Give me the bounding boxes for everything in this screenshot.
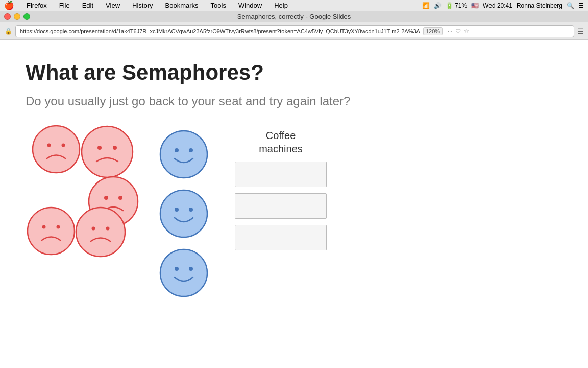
menu-tools[interactable]: Tools: [209, 2, 228, 9]
svg-point-19: [175, 208, 179, 212]
happy-face-1: [158, 129, 209, 180]
coffee-box-2: [235, 193, 327, 219]
apple-icon: 🍎: [4, 1, 14, 10]
wifi-icon: 📶: [422, 2, 430, 9]
url-bar[interactable]: https://docs.google.com/presentation/d/1…: [15, 25, 574, 37]
svg-point-11: [57, 225, 60, 229]
svg-point-10: [42, 225, 46, 229]
menubar: 🍎 Firefox File Edit View History Bookmar…: [0, 0, 588, 11]
happy-faces-column: [158, 129, 209, 298]
svg-point-13: [92, 227, 95, 231]
bookmark-icon[interactable]: ☆: [464, 28, 469, 34]
svg-point-12: [76, 208, 125, 257]
slide-subtitle: Do you usually just go back to your seat…: [26, 94, 562, 108]
menu-view[interactable]: View: [104, 2, 122, 9]
hamburger-icon[interactable]: ☰: [577, 27, 584, 35]
maximize-button[interactable]: [23, 13, 30, 20]
svg-point-17: [189, 148, 193, 152]
shield-icon: 🛡: [455, 28, 461, 34]
dots-icon[interactable]: ···: [448, 28, 452, 34]
clock: Wed 20:41: [483, 2, 512, 9]
sad-face-2: [79, 124, 135, 180]
svg-point-5: [113, 146, 117, 150]
svg-point-2: [62, 144, 65, 147]
titlebar: Semaphores, correctly - Google Slides: [0, 11, 588, 22]
close-button[interactable]: [4, 13, 11, 20]
slide-title: What are Semaphores?: [26, 60, 562, 85]
user-name: Ronna Steinberg: [517, 2, 562, 9]
svg-point-15: [160, 131, 207, 178]
security-icon: 🔒: [4, 27, 12, 35]
battery-icon: 🔋 71%: [446, 2, 467, 9]
menu-help[interactable]: Help: [272, 2, 290, 9]
svg-point-7: [104, 196, 108, 200]
happy-face-3: [158, 247, 209, 298]
menu-window[interactable]: Window: [236, 2, 264, 9]
menu-edit[interactable]: Edit: [80, 2, 95, 9]
search-icon[interactable]: 🔍: [567, 2, 574, 9]
window-title: Semaphores, correctly - Google Slides: [237, 13, 351, 20]
minimize-button[interactable]: [14, 13, 20, 20]
zoom-level: 120%: [423, 27, 443, 35]
svg-point-0: [33, 126, 80, 173]
svg-point-20: [189, 208, 193, 212]
svg-point-8: [118, 196, 122, 200]
slide-content: What are Semaphores? Do you usually just…: [0, 40, 588, 309]
menu-history[interactable]: History: [130, 2, 155, 9]
slide-container: What are Semaphores? Do you usually just…: [0, 40, 588, 368]
coffee-box-1: [235, 162, 327, 187]
url-text: https://docs.google.com/presentation/d/1…: [20, 28, 420, 34]
svg-point-3: [82, 126, 133, 177]
svg-point-22: [175, 267, 179, 271]
happy-face-2: [158, 188, 209, 239]
content-row: Coffeemachines: [26, 124, 562, 298]
sad-faces-cluster: [26, 124, 138, 282]
svg-point-1: [47, 144, 51, 147]
sad-face-4: [26, 205, 77, 257]
menu-file[interactable]: File: [57, 2, 72, 9]
addressbar: 🔒 https://docs.google.com/presentation/d…: [0, 22, 588, 40]
svg-point-14: [106, 227, 110, 231]
coffee-box-3: [235, 225, 327, 250]
svg-point-9: [28, 208, 75, 255]
volume-icon: 🔊: [434, 2, 442, 9]
coffee-label: Coffeemachines: [235, 129, 327, 155]
svg-point-4: [97, 146, 102, 150]
flag-icon: 🇺🇸: [471, 2, 479, 9]
menu-bookmarks[interactable]: Bookmarks: [163, 2, 201, 9]
sad-face-5: [74, 205, 128, 259]
menu-icon[interactable]: ☰: [578, 2, 584, 9]
sad-face-1: [31, 124, 82, 175]
svg-point-23: [189, 267, 193, 271]
svg-point-21: [160, 249, 207, 296]
window-controls: [4, 13, 30, 20]
coffee-boxes: [235, 162, 327, 250]
menu-firefox[interactable]: Firefox: [24, 2, 49, 9]
menubar-right: 📶 🔊 🔋 71% 🇺🇸 Wed 20:41 Ronna Steinberg 🔍…: [422, 2, 584, 9]
svg-point-16: [175, 148, 179, 152]
svg-point-18: [160, 190, 207, 237]
coffee-column: Coffeemachines: [235, 129, 327, 250]
